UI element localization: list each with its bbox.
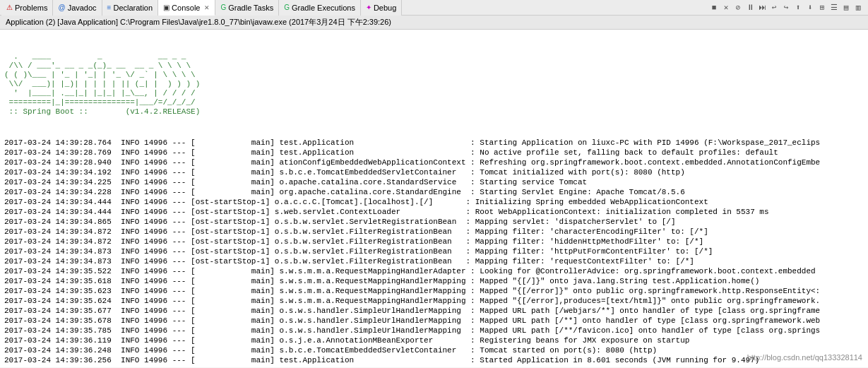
log-line: 2017-03-24 14:39:34.228 INFO 14996 --- [… [4,187,864,197]
problems-tab-label: Problems [15,4,47,12]
debug-tab-icon: ✦ [366,4,371,11]
log-line: 2017-03-24 14:39:34.444 INFO 14996 --- [… [4,197,864,207]
spring-logo-line: ( ( )\___ | '_ | '_| | '_ \/ _` | \ \ \ … [4,71,864,80]
resume-icon[interactable]: ⏭ [756,2,768,13]
word-wrap-icon[interactable]: ⬇ [804,2,816,13]
tab-javadoc[interactable]: @Javadoc [53,0,102,16]
gradle-executions-tab-label: Gradle Executions [292,4,355,12]
spring-logo-line: . ____ _ __ _ _ [4,52,864,61]
log-line: 2017-03-24 14:39:35.623 INFO 14996 --- [… [4,286,864,296]
log-line: 2017-03-24 14:39:34.865 INFO 14996 --- [… [4,217,864,227]
log-line: 2017-03-24 14:39:34.872 INFO 14996 --- [… [4,227,864,237]
spring-logo: . ____ _ __ _ _ /\\ / ___'_ __ _ _(_)_ _… [4,52,864,117]
step-forward-icon[interactable]: ↪ [780,2,792,13]
log-line: 2017-03-24 14:39:35.618 INFO 14996 --- [… [4,276,864,286]
tab-debug[interactable]: ✦Debug [361,0,402,16]
watermark: http://blog.csdn.net/qq133328114 [747,352,862,362]
spring-logo-line: \\/ ___)| |_)| | | | | || (_| | ) ) ) ) [4,80,864,89]
step-back-icon[interactable]: ↩ [768,2,780,13]
log-line: 2017-03-24 14:39:35.785 INFO 14996 --- [… [4,326,864,336]
log-line: 2017-03-24 14:39:34.873 INFO 14996 --- [… [4,247,864,256]
layout2-icon[interactable]: ▥ [852,2,864,13]
new-console-icon[interactable]: ⊞ [816,2,828,13]
layout1-icon[interactable]: ▤ [840,2,852,13]
stop-icon[interactable]: ■ [708,2,720,13]
log-line: 2017-03-24 14:39:35.624 INFO 14996 --- [… [4,296,864,306]
problems-tab-icon: ⚠ [6,4,13,11]
gradle-tasks-tab-label: Gradle Tasks [228,4,273,12]
tab-gradle-tasks[interactable]: GGradle Tasks [215,0,279,16]
spring-logo-line: =========|_|===============|___/=/_/_/_/ [4,98,864,107]
toolbar-right: ■✕⊘⏸⏭↩↪⬆⬇⊞☰▤▥ [708,2,867,13]
tab-declaration[interactable]: ≡Declaration [102,0,158,16]
tab-console[interactable]: ▣Console✕ [158,0,215,16]
declaration-tab-icon: ≡ [107,4,112,11]
log-line: 2017-03-24 14:39:34.872 INFO 14996 --- [… [4,237,864,247]
spring-logo-line: /\\ / ___'_ __ _ _(_)_ __ __ _ \ \ \ \ [4,61,864,71]
log-line: 2017-03-24 14:39:36.256 INFO 14996 --- [… [4,355,864,365]
tab-problems[interactable]: ⚠Problems [1,0,53,16]
log-line: 2017-03-24 14:39:34.192 INFO 14996 --- [… [4,167,864,177]
tab-bar: ⚠Problems@Javadoc≡Declaration▣Console✕GG… [0,0,868,16]
console-tab-close[interactable]: ✕ [204,4,210,11]
log-line: 2017-03-24 14:39:35.522 INFO 14996 --- [… [4,266,864,276]
terminate-icon[interactable]: ✕ [720,2,732,13]
log-line: 2017-03-24 14:39:34.444 INFO 14996 --- [… [4,207,864,217]
suspend-icon[interactable]: ⏸ [744,2,756,13]
log-line: 2017-03-24 14:39:34.225 INFO 14996 --- [… [4,177,864,187]
console-output[interactable]: . ____ _ __ _ _ /\\ / ___'_ __ _ _(_)_ _… [0,30,868,367]
log-line: 2017-03-24 14:39:36.119 INFO 14996 --- [… [4,336,864,345]
javadoc-tab-label: Javadoc [68,4,97,12]
log-line: 2017-03-24 14:39:28.764 INFO 14996 --- [… [4,138,864,148]
log-line: 2017-03-24 14:39:28.940 INFO 14996 --- [… [4,158,864,167]
status-bar: Application (2) [Java Application] C:\Pr… [0,16,868,30]
declaration-tab-label: Declaration [113,4,153,12]
spring-logo-line: :: Spring Boot :: (v1.4.2.RELEASE) [4,107,864,117]
gradle-executions-tab-icon: G [284,4,290,11]
status-text: Application (2) [Java Application] C:\Pr… [6,17,391,28]
log-line: 2017-03-24 14:39:35.678 INFO 14996 --- [… [4,316,864,326]
tab-gradle-executions[interactable]: GGradle Executions [279,0,361,16]
log-line: 2017-03-24 14:39:35.677 INFO 14996 --- [… [4,306,864,316]
console-tab-icon: ▣ [163,4,170,11]
log-line: 2017-03-24 14:39:34.873 INFO 14996 --- [… [4,256,864,266]
debug-tab-label: Debug [374,4,396,12]
gradle-tasks-tab-icon: G [220,4,226,11]
javadoc-tab-icon: @ [58,4,65,11]
log-line: 2017-03-24 14:39:36.248 INFO 14996 --- [… [4,345,864,355]
spring-logo-line: ' |____| .__|_| |_|_| |_\__, | / / / / [4,89,864,98]
disconnect-icon[interactable]: ⊘ [732,2,744,13]
console-tab-label: Console [172,4,200,12]
menu-icon[interactable]: ☰ [828,2,840,13]
log-line: 2017-03-24 14:39:28.769 INFO 14996 --- [… [4,148,864,158]
scroll-lock-icon[interactable]: ⬆ [792,2,804,13]
